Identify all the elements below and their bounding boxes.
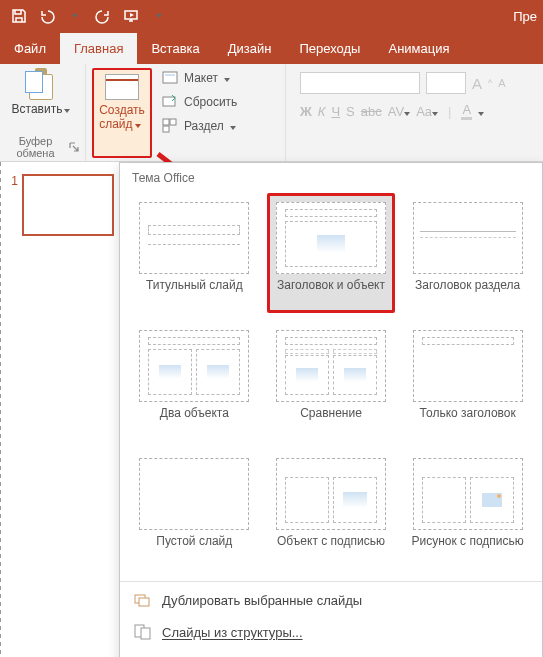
shadow-button[interactable]: S bbox=[346, 104, 355, 119]
reset-label: Сбросить bbox=[184, 95, 237, 109]
chevron-down-icon bbox=[135, 118, 141, 132]
chevron-down-icon bbox=[224, 71, 230, 85]
section-icon bbox=[162, 118, 178, 134]
font-name-combo[interactable] bbox=[300, 72, 420, 94]
layout-icon bbox=[162, 70, 178, 86]
slide-number: 1 bbox=[6, 174, 18, 188]
tab-home[interactable]: Главная bbox=[60, 33, 137, 64]
layout-section-header[interactable]: Заголовок раздела bbox=[403, 193, 532, 313]
menu-label: Дублировать выбранные слайды bbox=[162, 593, 362, 608]
layout-comparison[interactable]: Сравнение bbox=[267, 321, 396, 441]
font-color-button[interactable]: A bbox=[461, 102, 472, 120]
qat-customize[interactable] bbox=[146, 3, 172, 29]
shrink-font-button[interactable]: A bbox=[498, 77, 505, 89]
layout-title-slide[interactable]: Титульный слайд bbox=[130, 193, 259, 313]
section-button[interactable]: Раздел bbox=[158, 116, 241, 136]
layout-label: Рисунок с подписью bbox=[412, 534, 524, 562]
chevron-down-icon bbox=[64, 102, 70, 116]
new-slide-gallery: Тема Office Титульный слайд Заголовок и … bbox=[119, 162, 543, 657]
slide-thumbnails-pane[interactable]: 1 bbox=[0, 162, 122, 657]
page-torn-edge bbox=[0, 162, 1, 657]
undo-dropdown[interactable] bbox=[62, 3, 88, 29]
layout-label: Макет bbox=[184, 71, 218, 85]
chevron-down-icon bbox=[230, 119, 236, 133]
ribbon-tabs: Файл Главная Вставка Дизайн Переходы Ани… bbox=[0, 32, 543, 64]
tab-transitions[interactable]: Переходы bbox=[285, 33, 374, 64]
layout-title-content[interactable]: Заголовок и объект bbox=[267, 193, 396, 313]
font-size-combo[interactable] bbox=[426, 72, 466, 94]
new-slide-label-2: слайд bbox=[99, 118, 132, 132]
svg-rect-9 bbox=[139, 598, 149, 606]
slide-icon bbox=[105, 74, 139, 100]
bold-button[interactable]: Ж bbox=[300, 104, 312, 119]
new-slide-label-1: Создать bbox=[99, 104, 145, 118]
tab-design[interactable]: Дизайн bbox=[214, 33, 286, 64]
quick-access-toolbar bbox=[6, 3, 172, 29]
window-title: Пре bbox=[513, 9, 537, 24]
save-icon[interactable] bbox=[6, 3, 32, 29]
duplicate-icon bbox=[134, 592, 152, 608]
slide-thumbnail-1[interactable]: 1 bbox=[0, 172, 121, 238]
ribbon: Вставить Буфер обмена Создать слайд Маке… bbox=[0, 64, 543, 162]
layout-label: Заголовок и объект bbox=[277, 278, 385, 306]
start-slideshow-icon[interactable] bbox=[118, 3, 144, 29]
layout-label: Объект с подписью bbox=[277, 534, 385, 562]
layout-blank[interactable]: Пустой слайд bbox=[130, 449, 259, 569]
layout-two-content[interactable]: Два объекта bbox=[130, 321, 259, 441]
clipboard-icon bbox=[25, 68, 57, 100]
section-label: Раздел bbox=[184, 119, 224, 133]
layout-label: Два объекта bbox=[160, 406, 229, 434]
layout-content-caption[interactable]: Объект с подписью bbox=[267, 449, 396, 569]
menu-reuse-slides[interactable]: Повторное использование слайдов... bbox=[120, 648, 542, 657]
menu-label: Слайды из структуры... bbox=[162, 625, 303, 640]
svg-rect-1 bbox=[163, 72, 177, 83]
layout-label: Сравнение bbox=[300, 406, 362, 434]
outline-icon bbox=[134, 624, 152, 640]
case-button[interactable]: Aa bbox=[416, 104, 438, 119]
strike-button[interactable]: abc bbox=[361, 104, 382, 119]
clipboard-launcher[interactable] bbox=[69, 142, 79, 152]
new-slide-button[interactable]: Создать слайд bbox=[92, 68, 152, 158]
layout-title-only[interactable]: Только заголовок bbox=[403, 321, 532, 441]
svg-rect-2 bbox=[165, 74, 175, 76]
svg-rect-3 bbox=[163, 97, 175, 106]
layout-picture-caption[interactable]: Рисунок с подписью bbox=[403, 449, 532, 569]
menu-slides-from-outline[interactable]: Слайды из структуры... bbox=[120, 616, 542, 648]
layout-label: Титульный слайд bbox=[146, 278, 243, 306]
redo-icon[interactable] bbox=[90, 3, 116, 29]
spacing-button[interactable]: AV bbox=[388, 104, 410, 119]
tab-animations[interactable]: Анимация bbox=[374, 33, 463, 64]
underline-button[interactable]: Ч bbox=[331, 104, 340, 119]
group-font: A^ A Ж К Ч S abc AV Aa | A bbox=[286, 64, 543, 161]
paste-label: Вставить bbox=[12, 102, 63, 116]
slide-preview bbox=[22, 174, 114, 236]
reset-icon bbox=[162, 94, 178, 110]
italic-button[interactable]: К bbox=[318, 104, 326, 119]
gallery-theme-label: Тема Office bbox=[120, 163, 542, 189]
layout-label: Заголовок раздела bbox=[415, 278, 520, 306]
menu-duplicate-slides[interactable]: Дублировать выбранные слайды bbox=[120, 584, 542, 616]
tab-file[interactable]: Файл bbox=[0, 33, 60, 64]
undo-icon[interactable] bbox=[34, 3, 60, 29]
svg-rect-6 bbox=[163, 126, 169, 132]
group-slides: Создать слайд Макет Сбросить Раздел bbox=[86, 64, 286, 161]
layout-label: Только заголовок bbox=[420, 406, 516, 434]
group-clipboard-label: Буфер обмена bbox=[6, 135, 65, 159]
group-clipboard: Вставить Буфер обмена bbox=[0, 64, 86, 161]
content-area: 1 Тема Office Титульный слайд Заголовок … bbox=[0, 162, 543, 657]
svg-rect-5 bbox=[170, 119, 176, 125]
svg-rect-4 bbox=[163, 119, 169, 125]
paste-button[interactable]: Вставить bbox=[6, 68, 76, 116]
grow-font-button[interactable]: A bbox=[472, 75, 482, 92]
reset-button[interactable]: Сбросить bbox=[158, 92, 241, 112]
layout-button[interactable]: Макет bbox=[158, 68, 241, 88]
tab-insert[interactable]: Вставка bbox=[137, 33, 213, 64]
svg-rect-11 bbox=[141, 628, 150, 639]
title-bar: Пре bbox=[0, 0, 543, 32]
layout-label: Пустой слайд bbox=[156, 534, 232, 562]
